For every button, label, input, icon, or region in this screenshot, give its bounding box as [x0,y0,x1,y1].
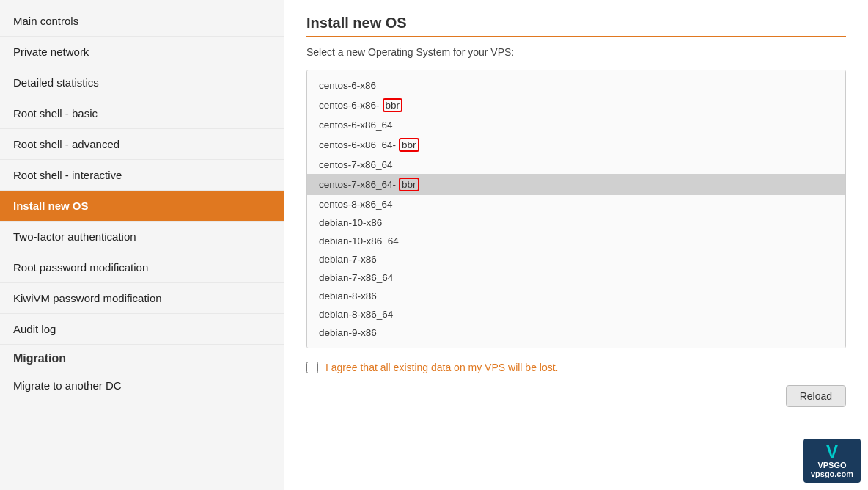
sidebar-item-audit-log[interactable]: Audit log [0,314,284,345]
os-list-item[interactable]: debian-7-x86 [307,250,845,268]
subtitle: Select a new Operating System for your V… [306,46,846,58]
agree-checkbox[interactable] [306,362,318,373]
os-list-item[interactable]: debian-9-x86_64 [307,342,845,348]
sidebar-item-detailed-statistics[interactable]: Detailed statistics [0,67,284,98]
sidebar-item-migrate-to-another-dc[interactable]: Migrate to another DC [0,370,284,401]
os-list-item[interactable]: debian-9-x86 [307,323,845,342]
os-list-item[interactable]: centos-8-x86_64 [307,195,845,213]
reload-button[interactable]: Reload [786,385,846,407]
os-list-item[interactable]: centos-7-x86_64-bbr [307,174,845,195]
main-content: Install new OS Select a new Operating Sy… [284,0,868,490]
vpsgo-v-icon: V [826,443,838,461]
os-list-item[interactable]: centos-6-x86 [307,76,845,95]
bbr-badge: bbr [383,98,403,112]
vpsgo-logo: V VPSGO vpsgo.com [803,439,861,483]
os-list-item[interactable]: debian-8-x86_64 [307,305,845,323]
sidebar-item-kiwivm-password-modification[interactable]: KiwiVM password modification [0,283,284,314]
os-list-item[interactable]: debian-10-x86 [307,213,845,232]
sidebar-item-root-shell-basic[interactable]: Root shell - basic [0,98,284,129]
vpsgo-logo-top: VPSGO [817,461,846,469]
os-list-item[interactable]: debian-10-x86_64 [307,232,845,250]
sidebar-item-root-shell-interactive[interactable]: Root shell - interactive [0,160,284,191]
sidebar-section-migration: Migration [0,345,284,370]
vpsgo-logo-bottom: vpsgo.com [811,469,853,478]
os-list-item[interactable]: centos-6-x86_64-bbr [307,134,845,156]
agree-label[interactable]: I agree that all existing data on my VPS… [326,362,559,373]
sidebar-item-private-network[interactable]: Private network [0,37,284,67]
agree-row: I agree that all existing data on my VPS… [306,362,846,373]
os-list: centos-6-x86centos-6-x86-bbrcentos-6-x86… [307,70,845,348]
sidebar-item-main-controls[interactable]: Main controls [0,6,284,37]
os-list-item[interactable]: debian-7-x86_64 [307,268,845,287]
bbr-badge: bbr [399,178,419,191]
sidebar-item-install-new-os[interactable]: Install new OS [0,191,284,222]
os-list-item[interactable]: centos-7-x86_64 [307,156,845,174]
sidebar-item-two-factor-auth[interactable]: Two-factor authentication [0,222,284,252]
os-list-item[interactable]: debian-8-x86 [307,287,845,305]
sidebar-item-root-shell-advanced[interactable]: Root shell - advanced [0,129,284,160]
sidebar: Main controlsPrivate networkDetailed sta… [0,0,284,490]
sidebar-item-root-password-modification[interactable]: Root password modification [0,252,284,283]
os-list-item[interactable]: centos-6-x86-bbr [307,95,845,116]
os-list-item[interactable]: centos-6-x86_64 [307,116,845,134]
page-title: Install new OS [306,15,846,37]
bbr-badge: bbr [399,138,419,152]
os-list-container[interactable]: centos-6-x86centos-6-x86-bbrcentos-6-x86… [306,70,846,348]
